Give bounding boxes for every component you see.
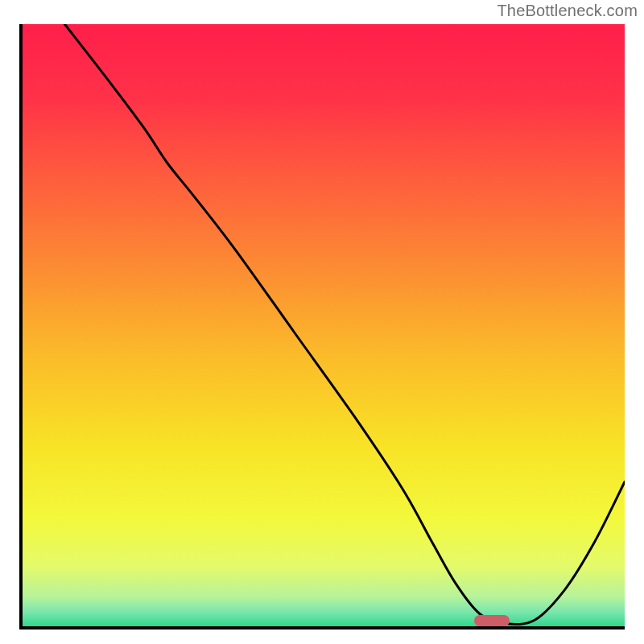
watermark-text: TheBottleneck.com <box>497 2 638 20</box>
plot-area <box>23 24 625 626</box>
chart-axes <box>19 24 625 630</box>
optimal-point-marker <box>474 615 510 626</box>
bottleneck-curve <box>23 24 625 626</box>
